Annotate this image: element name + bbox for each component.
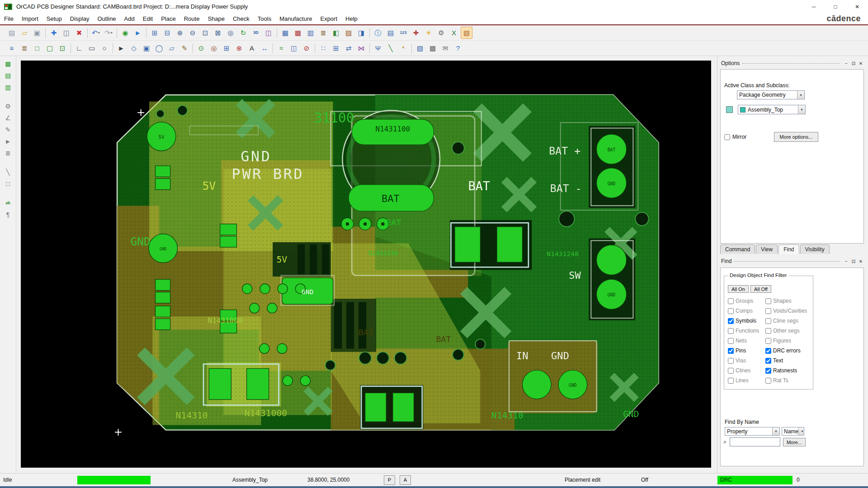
find-filter-text[interactable]: Text [765, 356, 807, 366]
find-filter-clines-checkbox[interactable] [728, 368, 734, 374]
find-filter-vias[interactable]: Vias [728, 356, 759, 366]
rect-tool-icon[interactable]: □ [2, 178, 14, 189]
pick-mode-button[interactable]: P [384, 475, 395, 485]
numbers-icon[interactable]: 123 [397, 27, 409, 39]
find-filter-comps-checkbox[interactable] [728, 308, 734, 314]
panel-float-icon[interactable]: ⊡ [850, 61, 857, 66]
subclass-color-swatch[interactable] [726, 106, 733, 113]
find-filter-nets[interactable]: Nets [728, 336, 759, 346]
settings-gear-icon[interactable]: ⚙ [435, 27, 447, 39]
find-filter-figures-checkbox[interactable] [765, 338, 771, 344]
edit-etch-icon[interactable]: ✎ [2, 124, 14, 135]
cascade-windows-icon[interactable]: ⊟ [161, 27, 173, 39]
panel-minimize-icon[interactable]: − [843, 259, 850, 264]
panel-minimize-icon[interactable]: − [843, 61, 850, 66]
shape-edit-icon[interactable]: ✎ [179, 42, 190, 54]
open-folder-icon[interactable]: ▱ [19, 27, 30, 39]
chevron-down-icon[interactable]: ▼ [798, 105, 805, 114]
route-keepin-icon[interactable]: ▢ [44, 42, 56, 54]
symbol-file-icon[interactable]: ▤ [2, 70, 14, 81]
chevron-down-icon[interactable]: ▾ [111, 31, 113, 35]
mail-icon[interactable]: ✉ [439, 42, 451, 54]
package-keepin-icon[interactable]: ⊡ [57, 42, 68, 54]
maximize-button[interactable]: □ [825, 0, 846, 13]
status-icon[interactable]: ◨ [355, 27, 367, 39]
tab-command[interactable]: Command [720, 244, 755, 254]
all-off-button[interactable]: All Off [750, 285, 771, 293]
add-pin-icon[interactable]: ⊙ [195, 42, 207, 54]
find-filter-lines-checkbox[interactable] [728, 378, 734, 384]
find-by-name-type-select[interactable]: Property ▼ [725, 427, 780, 436]
mirror-option[interactable]: Mirror [724, 134, 746, 140]
film-file-icon[interactable]: ▥ [2, 82, 14, 93]
mirror-checkbox[interactable] [724, 134, 730, 140]
properties-icon[interactable]: ▤ [385, 27, 396, 39]
active-class-select[interactable]: Package Geometry ▼ [737, 90, 805, 99]
add-text-icon[interactable]: A [246, 42, 258, 54]
pcb-canvas[interactable]: 31100N1431100GNDPWR BRD5VBATBATBATGND5VN… [21, 61, 711, 468]
shape-circle-icon[interactable]: ◯ [153, 42, 165, 54]
find-filter-pins[interactable]: Pins [728, 346, 759, 356]
tab-visibility[interactable]: Visibility [800, 244, 830, 254]
fanout-icon[interactable]: ╲ [385, 42, 396, 54]
probe-icon[interactable]: ⊗ [233, 42, 245, 54]
highlight-icon[interactable]: ✚ [410, 27, 422, 39]
chevron-down-icon[interactable]: ▼ [772, 427, 779, 435]
undo-icon[interactable]: ↶▾ [90, 27, 102, 39]
design-params-icon[interactable]: ≡ [6, 42, 18, 54]
zoom-out-icon[interactable]: ⊖ [187, 27, 198, 39]
copy-icon[interactable]: ◫ [61, 27, 72, 39]
find-by-name-input[interactable] [730, 437, 780, 446]
panel-close-icon[interactable]: ✕ [857, 259, 864, 264]
grid-toggle-icon[interactable]: ▦ [279, 27, 291, 39]
find-filter-drc-errors-checkbox[interactable] [765, 348, 771, 354]
close-button[interactable]: ✕ [846, 0, 868, 13]
menu-file[interactable]: File [0, 13, 18, 24]
minimize-button[interactable]: ─ [803, 0, 825, 13]
menu-route[interactable]: Route [180, 13, 204, 24]
find-filter-vias-checkbox[interactable] [728, 358, 734, 364]
find-filter-functions-checkbox[interactable] [728, 328, 734, 334]
find-filter-figures[interactable]: Figures [765, 336, 807, 346]
redraw-icon[interactable]: ↻ [237, 27, 249, 39]
menu-setup[interactable]: Setup [42, 13, 66, 24]
tab-view[interactable]: View [756, 244, 778, 254]
menu-import[interactable]: Import [18, 13, 42, 24]
find-filter-voids-cavities-checkbox[interactable] [765, 308, 771, 314]
help-icon[interactable]: ? [452, 42, 464, 54]
menu-export[interactable]: Export [316, 13, 341, 24]
find-filter-comps[interactable]: Comps [728, 306, 759, 316]
chevron-down-icon[interactable]: ▼ [797, 91, 804, 99]
find-by-name-filter-select[interactable]: Name ▼ [782, 427, 804, 436]
constraint-manager-icon[interactable]: ▨ [343, 27, 354, 39]
find-filter-drc-errors[interactable]: DRC errors [765, 346, 807, 356]
find-filter-nets-checkbox[interactable] [728, 338, 734, 344]
flip-design-icon[interactable]: ◫ [263, 27, 274, 39]
stackup-icon[interactable]: ≣ [19, 42, 30, 54]
menu-manufacture[interactable]: Manufacture [275, 13, 316, 24]
more-button[interactable]: More... [783, 438, 806, 446]
label-tool-icon[interactable]: ¶ [2, 209, 14, 220]
film-record-icon[interactable]: ▩ [427, 42, 439, 54]
add-circle-icon[interactable]: ○ [99, 42, 110, 54]
find-filter-shapes[interactable]: Shapes [765, 296, 807, 306]
find-filter-other-segs-checkbox[interactable] [765, 328, 771, 334]
menu-edit[interactable]: Edit [139, 13, 157, 24]
select-tool-icon[interactable]: ► [115, 42, 127, 54]
info-icon[interactable]: ⓘ [372, 27, 384, 39]
menu-help[interactable]: Help [341, 13, 362, 24]
shadow-mode-icon[interactable]: ▥ [305, 27, 316, 39]
brightness-icon[interactable]: ☀ [423, 27, 434, 39]
zoom-world-icon[interactable]: ◉ [119, 27, 131, 39]
measure-icon[interactable]: ∠ [2, 113, 14, 123]
application-mode-button[interactable]: A [400, 475, 411, 485]
find-filter-cline-segs[interactable]: Cline segs [765, 316, 807, 326]
z-copy-icon[interactable]: ◫ [288, 42, 300, 54]
zoom-fit-icon[interactable]: ⊠ [212, 27, 224, 39]
menu-check[interactable]: Check [229, 13, 254, 24]
move-icon[interactable]: ✚ [48, 27, 60, 39]
find-filter-symbols[interactable]: Symbols [728, 316, 759, 326]
find-filter-clines[interactable]: Clines [728, 366, 759, 375]
dimension-icon[interactable]: ↔ [259, 42, 270, 54]
tile-windows-icon[interactable]: ⊞ [149, 27, 160, 39]
